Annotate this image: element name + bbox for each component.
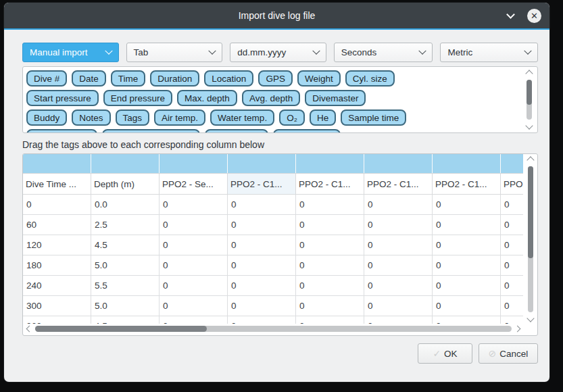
column-header[interactable]: Dive Time ... (23, 174, 91, 194)
column-drop-zone[interactable] (91, 154, 160, 173)
draggable-tag[interactable]: Start pressure (26, 90, 99, 106)
import-source-combobox[interactable]: Manual import (22, 43, 119, 62)
scroll-up-icon[interactable] (525, 70, 533, 77)
cancel-button[interactable]: ⊘ Cancel (479, 343, 538, 364)
table-row: 602.5000000 (23, 215, 523, 235)
scrollbar-thumb[interactable] (527, 80, 532, 105)
scrollbar-thumb[interactable] (528, 166, 533, 258)
chevron-down-icon (105, 47, 112, 54)
table-cell: 0 (501, 215, 523, 235)
scroll-up-icon[interactable] (527, 156, 534, 164)
column-header[interactable]: PPO2 - C1... (501, 174, 523, 194)
chevron-down-icon (312, 47, 320, 54)
draggable-tag[interactable]: Water temp. (210, 109, 274, 126)
tag-list-scrollbar[interactable] (524, 69, 535, 130)
table-cell: 300 (23, 296, 91, 316)
draggable-tag[interactable]: Dive # (26, 70, 67, 87)
scroll-left-icon[interactable] (26, 326, 33, 333)
table-cell: 0 (501, 276, 523, 295)
column-header[interactable]: PPO2 - C1... (228, 174, 296, 194)
table-cell: 0 (501, 195, 523, 214)
column-drop-row (23, 154, 523, 174)
table-row: 1805.0000000 (23, 255, 523, 276)
column-header[interactable]: PPO2 - C1... (433, 174, 501, 194)
cancel-icon: ⊘ (489, 348, 497, 359)
table-cell: 0 (433, 316, 501, 324)
table-cell: 0 (296, 316, 364, 324)
draggable-tag[interactable]: Time (111, 70, 146, 87)
scroll-down-icon[interactable] (527, 314, 534, 322)
scrollbar-track[interactable] (35, 326, 512, 332)
close-icon[interactable]: ✕ (527, 9, 541, 23)
table-cell: 0 (296, 276, 364, 295)
table-cell: 0 (364, 296, 433, 316)
table-vertical-scrollbar[interactable] (526, 155, 536, 323)
column-drop-zone[interactable] (160, 154, 228, 173)
table-body: 00.0000000602.50000001204.50000001805.00… (23, 195, 523, 324)
scrollbar-track[interactable] (528, 166, 533, 312)
draggable-tag[interactable]: Sample temperature (102, 129, 199, 133)
table-cell: 0 (364, 316, 433, 324)
scrollbar-thumb[interactable] (35, 326, 207, 332)
draggable-tag[interactable]: Location (204, 70, 253, 87)
column-drop-zone[interactable] (228, 154, 296, 173)
ok-button[interactable]: ✓ OK (418, 343, 472, 364)
column-drop-zone[interactable] (23, 154, 91, 173)
table-cell: 4.5 (91, 235, 160, 255)
tag-row: Start pressureEnd pressureMax. depthAvg.… (26, 90, 520, 106)
scroll-down-icon[interactable] (525, 122, 533, 129)
column-header[interactable]: PPO2 - C1... (364, 174, 433, 194)
draggable-tag[interactable]: Notes (72, 109, 110, 126)
draggable-tag[interactable]: End pressure (103, 90, 172, 106)
draggable-tag[interactable]: Tags (116, 109, 150, 126)
column-header[interactable]: PPO2 - C1... (296, 174, 364, 194)
table-cell: 4.5 (91, 316, 160, 324)
draggable-tag[interactable]: Sample time (341, 109, 406, 126)
draggable-tag[interactable]: O₂ (279, 109, 305, 126)
scroll-right-icon[interactable] (514, 326, 521, 333)
draggable-tag[interactable]: GPS (258, 70, 293, 87)
draggable-tag[interactable]: Weight (297, 70, 341, 87)
table-cell: 0 (501, 296, 523, 316)
chevron-down-icon[interactable] (506, 10, 516, 21)
table-cell: 0 (228, 215, 296, 235)
draggable-tag[interactable]: Buddy (26, 109, 67, 126)
draggable-tag[interactable]: He (310, 109, 336, 126)
units-system-combobox[interactable]: Metric (440, 43, 538, 62)
ok-icon: ✓ (433, 348, 441, 359)
draggable-tag[interactable]: Air temp. (154, 109, 205, 126)
draggable-tag[interactable]: Max. depth (177, 90, 237, 106)
dialog-button-row: ✓ OK ⊘ Cancel (22, 343, 538, 364)
table-horizontal-scrollbar[interactable] (24, 324, 522, 334)
field-separator-combobox[interactable]: Tab (126, 43, 223, 62)
table-cell: 0 (160, 276, 228, 295)
draggable-tag[interactable]: Date (72, 70, 106, 87)
column-drop-zone[interactable] (364, 154, 433, 173)
combobox-value: Tab (134, 47, 149, 57)
preview-table: Dive Time ...Depth (m)PPO2 - Se...PPO2 -… (22, 153, 538, 336)
table-cell: 5.0 (91, 296, 160, 316)
draggable-tag[interactable]: Duration (150, 70, 199, 87)
table-cell: 0 (433, 215, 501, 235)
column-header[interactable]: Depth (m) (91, 174, 160, 194)
titlebar[interactable]: Import dive log file ✕ (4, 3, 549, 28)
scrollbar-track[interactable] (527, 80, 532, 120)
column-drop-zone[interactable] (501, 154, 523, 173)
date-format-combobox[interactable]: dd.mm.yyyy (230, 43, 326, 62)
duration-format-combobox[interactable]: Seconds (334, 43, 433, 62)
table-cell: 0 (160, 215, 228, 235)
draggable-tag[interactable]: Sample CNS (273, 129, 341, 133)
column-header[interactable]: PPO2 - Se... (160, 174, 228, 194)
tag-row: Sample depthSample temperatureSample pO₂… (26, 129, 520, 133)
draggable-tag[interactable]: Cyl. size (345, 70, 395, 87)
draggable-tag[interactable]: Divemaster (305, 90, 366, 106)
column-drop-zone[interactable] (296, 154, 364, 173)
draggable-tag[interactable]: Sample depth (26, 129, 97, 133)
column-drop-zone[interactable] (433, 154, 501, 173)
draggable-tag[interactable]: Avg. depth (242, 90, 300, 106)
table-cell: 0 (296, 235, 364, 255)
draggable-tag[interactable]: Sample pO₂ (205, 129, 269, 133)
table-cell: 0.0 (91, 195, 160, 214)
import-dialog-window: Import dive log file ✕ Manual importTabd… (4, 3, 549, 382)
chevron-down-icon (524, 47, 531, 54)
